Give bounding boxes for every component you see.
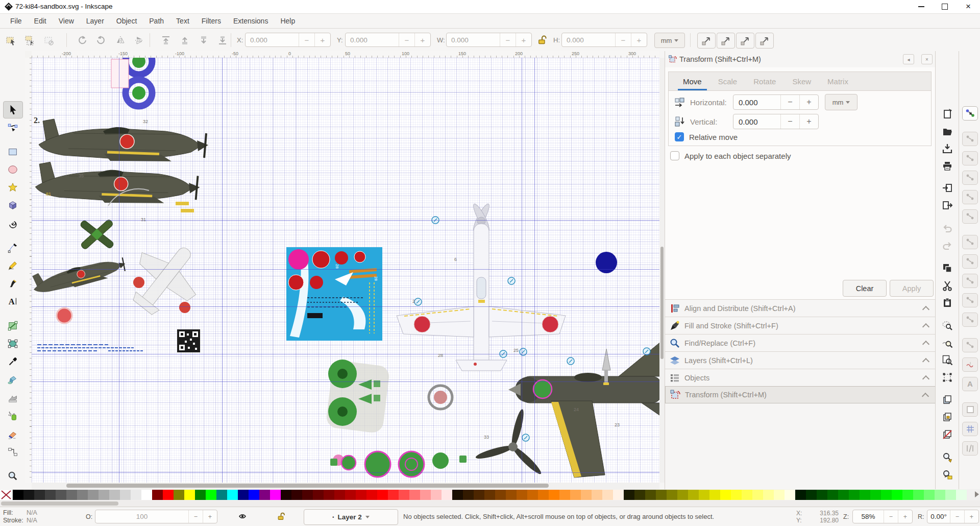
layer-visibility-icon[interactable] <box>238 512 247 520</box>
vertical-plus[interactable]: + <box>799 114 818 129</box>
vertical-scrollbar-thumb[interactable] <box>660 247 664 359</box>
palette-swatch[interactable] <box>699 490 709 500</box>
palette-swatch[interactable] <box>452 490 463 500</box>
palette-swatch[interactable] <box>806 490 817 500</box>
horizontal-plus[interactable]: + <box>799 95 818 109</box>
selector-tool[interactable] <box>3 101 23 118</box>
horizontal-ruler[interactable]: -200-150-100-50050100150200250300 <box>32 51 659 58</box>
opacity-plus[interactable]: + <box>203 510 217 523</box>
palette-none-swatch[interactable] <box>0 490 13 500</box>
palette-swatch[interactable] <box>34 490 45 500</box>
palette-swatch[interactable] <box>602 490 613 500</box>
transform-corners-toggle[interactable] <box>717 33 735 49</box>
ruler-corner[interactable] <box>25 51 32 58</box>
opacity-field[interactable]: 100 − + <box>95 510 217 523</box>
tab-move[interactable]: Move <box>681 73 704 90</box>
duplicate-button[interactable] <box>942 394 953 405</box>
layer-lock-icon[interactable] <box>277 512 285 521</box>
palette-swatch[interactable] <box>709 490 720 500</box>
vertical-minus[interactable]: − <box>780 114 799 129</box>
palette-swatch[interactable] <box>677 490 688 500</box>
palette-swatch[interactable] <box>838 490 849 500</box>
snap-bbox-edge-midpoints-button[interactable] <box>962 190 978 204</box>
rotation-minus[interactable]: − <box>950 510 964 523</box>
y-minus[interactable]: − <box>399 33 414 46</box>
palette-swatch[interactable] <box>442 490 452 500</box>
transform-dialog-header[interactable]: Transform (Shift+Ctrl+M) ◂ × <box>665 51 936 67</box>
rectangle-tool[interactable] <box>3 144 22 160</box>
panel-row-find[interactable]: Find/Replace (Ctrl+F) <box>665 334 936 351</box>
snap-page-border-button[interactable] <box>962 402 978 417</box>
palette-swatch[interactable] <box>184 490 195 500</box>
lower-to-bottom-button[interactable] <box>215 33 230 47</box>
tab-matrix[interactable]: Matrix <box>825 73 850 90</box>
palette-scroll-right-arrow[interactable] <box>975 491 979 497</box>
palette-swatch[interactable] <box>785 490 795 500</box>
snap-guides-button[interactable] <box>962 441 978 456</box>
spiral-tool[interactable] <box>3 215 22 231</box>
palette-swatch[interactable] <box>99 490 109 500</box>
palette-swatch[interactable] <box>581 490 592 500</box>
zoom-minus[interactable]: − <box>884 510 898 523</box>
open-document-button[interactable] <box>942 126 953 137</box>
rotation-field[interactable]: 0.00° − + <box>927 510 979 523</box>
palette-swatch[interactable] <box>420 490 431 500</box>
relative-move-checkbox[interactable]: ✓ Relative move <box>675 132 738 141</box>
palette-swatch[interactable] <box>935 490 945 500</box>
tweak-tool[interactable] <box>3 390 22 407</box>
palette-swatch[interactable] <box>302 490 313 500</box>
palette-swatch[interactable] <box>13 490 23 500</box>
dock-close-button[interactable]: × <box>921 54 933 64</box>
palette-swatch[interactable] <box>902 490 913 500</box>
guide-horizontal[interactable] <box>32 472 659 473</box>
palette-swatch[interactable] <box>152 490 163 500</box>
palette-swatch[interactable] <box>291 490 302 500</box>
palette-swatch[interactable] <box>259 490 270 500</box>
mesh-tool[interactable] <box>3 336 22 352</box>
select-all-layers-button[interactable] <box>22 33 37 47</box>
palette-swatch[interactable] <box>924 490 935 500</box>
palette-swatch[interactable] <box>131 490 141 500</box>
menu-item-object[interactable]: Object <box>110 15 143 27</box>
palette-swatch[interactable] <box>431 490 442 500</box>
w-minus[interactable]: − <box>500 33 516 46</box>
snap-to-paths-button[interactable] <box>962 254 978 269</box>
zoom-drawing-button[interactable] <box>942 337 953 348</box>
vertical-ruler[interactable] <box>25 58 32 483</box>
pen-tool[interactable] <box>3 240 22 256</box>
w-plus[interactable]: + <box>516 33 531 46</box>
menu-item-text[interactable]: Text <box>170 15 195 27</box>
palette-swatch[interactable] <box>527 490 538 500</box>
palette-swatch[interactable] <box>227 490 238 500</box>
undo-button[interactable] <box>942 223 953 234</box>
rotation-plus[interactable]: + <box>964 510 978 523</box>
menu-item-edit[interactable]: Edit <box>28 15 53 27</box>
palette-swatch[interactable] <box>281 490 291 500</box>
palette-swatch[interactable] <box>249 490 259 500</box>
y-plus[interactable]: + <box>414 33 430 46</box>
h-field[interactable]: 0.000−+ <box>561 33 647 47</box>
dock-float-button[interactable]: ◂ <box>903 54 914 64</box>
snap-nodes-button[interactable] <box>962 235 978 249</box>
snap-object-centers-button[interactable] <box>962 338 978 352</box>
panel-row-align[interactable]: Align and Distribute (Shift+Ctrl+A) <box>665 299 936 317</box>
rotate-cw-button[interactable] <box>93 33 109 47</box>
unit-dropdown[interactable]: mm <box>654 33 685 48</box>
opacity-minus[interactable]: − <box>188 510 203 523</box>
eraser-tool[interactable] <box>3 426 22 442</box>
palette-scrollbar[interactable] <box>0 500 980 507</box>
palette-swatch[interactable] <box>549 490 559 500</box>
palette-swatch[interactable] <box>892 490 902 500</box>
save-document-button[interactable] <box>942 143 953 154</box>
guide-vertical[interactable] <box>222 58 223 483</box>
zoom-field[interactable]: 58% − + <box>852 510 913 523</box>
palette-swatch[interactable] <box>345 490 356 500</box>
palette-swatch[interactable] <box>474 490 484 500</box>
palette-swatch[interactable] <box>688 490 699 500</box>
palette-swatch[interactable] <box>313 490 324 500</box>
guide-horizontal[interactable] <box>32 220 659 221</box>
menu-item-file[interactable]: File <box>4 15 28 27</box>
palette-swatch[interactable] <box>399 490 409 500</box>
menu-item-extensions[interactable]: Extensions <box>227 15 274 27</box>
deselect-button[interactable] <box>41 33 56 47</box>
